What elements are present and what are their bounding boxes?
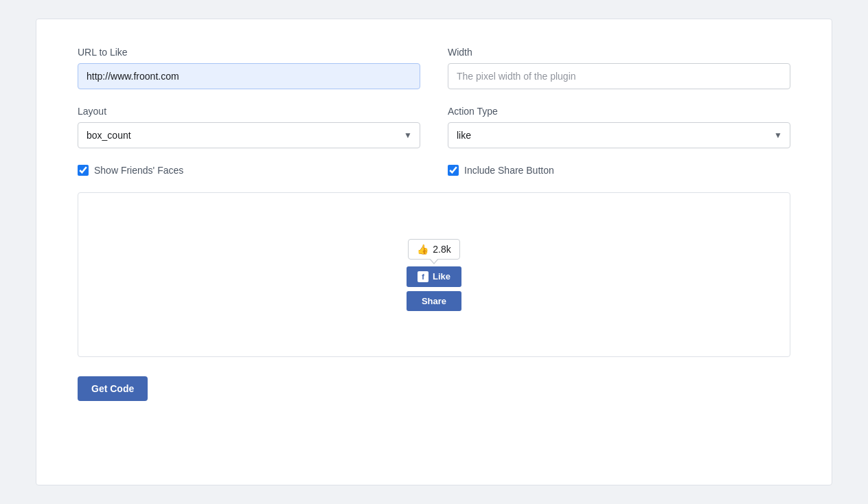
layout-label: Layout: [78, 106, 420, 117]
fb-like-widget: 👍 2.8k f Like Share: [407, 239, 461, 311]
row-layout-action: Layout standard box_count button_count b…: [78, 106, 790, 148]
action-type-group: Action Type like recommend ▼: [448, 106, 790, 148]
action-type-select[interactable]: like recommend: [448, 122, 790, 148]
fb-share-label: Share: [422, 296, 446, 306]
show-friends-faces-checkbox[interactable]: [78, 165, 89, 176]
url-label: URL to Like: [78, 47, 420, 58]
layout-select[interactable]: standard box_count button_count button: [78, 122, 420, 148]
width-group: Width: [448, 47, 790, 89]
thumb-up-icon: 👍: [417, 244, 429, 255]
facebook-f-icon: f: [422, 273, 424, 281]
include-share-button-label[interactable]: Include Share Button: [464, 165, 554, 176]
checkboxes-row: Show Friends' Faces Include Share Button: [78, 165, 790, 176]
main-card: URL to Like Width Layout standard box_co…: [36, 19, 832, 485]
like-count-box: 👍 2.8k: [408, 239, 459, 260]
url-input[interactable]: [78, 63, 420, 89]
fb-like-button[interactable]: f Like: [407, 266, 461, 287]
like-count: 2.8k: [433, 244, 450, 255]
show-friends-faces-group: Show Friends' Faces: [78, 165, 420, 176]
row-url-width: URL to Like Width: [78, 47, 790, 89]
get-code-label: Get Code: [91, 383, 134, 394]
get-code-button[interactable]: Get Code: [78, 376, 148, 401]
show-friends-faces-label[interactable]: Show Friends' Faces: [94, 165, 183, 176]
url-group: URL to Like: [78, 47, 420, 89]
width-input[interactable]: [448, 63, 790, 89]
include-share-button-checkbox[interactable]: [448, 165, 459, 176]
facebook-icon: f: [418, 271, 429, 282]
include-share-button-group: Include Share Button: [448, 165, 790, 176]
width-label: Width: [448, 47, 790, 58]
layout-group: Layout standard box_count button_count b…: [78, 106, 420, 148]
preview-box: 👍 2.8k f Like Share: [78, 192, 790, 357]
action-type-select-wrapper: like recommend ▼: [448, 122, 790, 148]
action-type-label: Action Type: [448, 106, 790, 117]
fb-share-button[interactable]: Share: [407, 291, 461, 311]
layout-select-wrapper: standard box_count button_count button ▼: [78, 122, 420, 148]
fb-like-label: Like: [433, 271, 450, 282]
